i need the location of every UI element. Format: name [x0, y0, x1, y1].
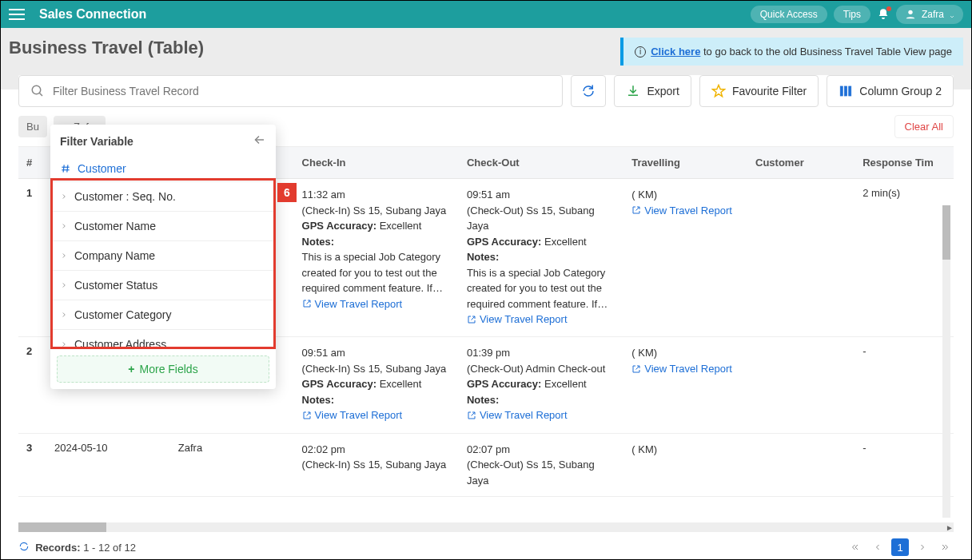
page-number[interactable]: 1	[891, 538, 909, 556]
page-next[interactable]	[914, 538, 931, 556]
view-travel-report-link[interactable]: View Travel Report	[467, 312, 568, 328]
favourite-filter-label: Favourite Filter	[732, 85, 807, 97]
svg-line-2	[39, 93, 42, 96]
records-range: 1 - 12 of 12	[83, 542, 136, 554]
page-last[interactable]	[936, 538, 954, 556]
svg-rect-6	[849, 86, 851, 96]
filter-item[interactable]: Customer Address	[50, 329, 276, 349]
svg-point-0	[908, 10, 912, 14]
info-banner: i Click here to go back to the old Busin…	[620, 38, 963, 66]
topbar: Sales Connection Quick Access Tips Zafra	[1, 1, 971, 28]
annotation-badge: 6	[277, 183, 297, 202]
col-header[interactable]: Check-In	[294, 147, 459, 179]
filter-popup-customer[interactable]: Customer	[78, 162, 126, 175]
hash-icon	[60, 163, 71, 174]
records-label: Records:	[35, 542, 80, 554]
view-travel-report-link[interactable]: View Travel Report	[631, 203, 732, 219]
refresh-button[interactable]	[571, 75, 606, 107]
search-input[interactable]	[53, 85, 551, 97]
filter-item[interactable]: Customer : Seq. No.	[50, 181, 276, 211]
filter-variable-popup: Filter Variable Customer Customer : Seq.…	[50, 125, 276, 389]
banner-text: to go back to the old Business Travel Ta…	[703, 46, 952, 58]
col-header[interactable]: Travelling	[623, 147, 747, 179]
svg-line-11	[67, 165, 68, 172]
banner-link[interactable]: Click here	[651, 46, 700, 58]
filter-item[interactable]: Customer Status	[50, 270, 276, 300]
column-group-button[interactable]: Column Group 2	[827, 75, 954, 107]
filter-item[interactable]: Customer Name	[50, 211, 276, 240]
clear-all-button[interactable]: Clear All	[894, 115, 954, 138]
svg-point-1	[32, 85, 41, 94]
chevron-down-icon	[949, 11, 955, 18]
col-header[interactable]: Check-Out	[459, 147, 623, 179]
view-travel-report-link[interactable]: View Travel Report	[302, 407, 403, 423]
view-travel-report-link[interactable]: View Travel Report	[631, 361, 732, 377]
view-travel-report-link[interactable]: View Travel Report	[302, 296, 403, 312]
col-header[interactable]: Customer	[747, 147, 854, 179]
view-travel-report-link[interactable]: View Travel Report	[467, 407, 568, 423]
page-prev[interactable]	[869, 538, 886, 556]
user-menu[interactable]: Zafra	[896, 5, 963, 24]
search-icon	[30, 84, 45, 98]
page-title: Business Travel (Table)	[9, 38, 204, 58]
avatar-icon	[904, 8, 917, 21]
filter-item[interactable]: Customer Category	[50, 300, 276, 329]
search-input-wrap	[18, 75, 563, 107]
more-fields-button[interactable]: + More Fields	[57, 355, 269, 383]
user-name: Zafra	[922, 9, 944, 20]
more-fields-label: More Fields	[140, 363, 198, 375]
page-first[interactable]	[847, 538, 864, 556]
scroll-right-icon[interactable]: ►	[944, 522, 955, 532]
svg-rect-5	[845, 86, 847, 96]
info-icon: i	[635, 46, 646, 58]
quick-access-button[interactable]: Quick Access	[751, 6, 827, 23]
table-row: 32024-05-10Zafra02:02 pm(Check-In) Ss 15…	[18, 433, 954, 497]
column-group-label: Column Group 2	[859, 85, 942, 97]
refresh-icon[interactable]	[18, 541, 30, 554]
vertical-scrollbar[interactable]	[942, 205, 950, 518]
export-label: Export	[647, 85, 679, 97]
filter-item[interactable]: Company Name	[50, 240, 276, 270]
filter-popup-title: Filter Variable	[60, 135, 133, 148]
svg-line-10	[63, 165, 64, 172]
export-button[interactable]: Export	[614, 75, 691, 107]
app-title: Sales Connection	[39, 7, 146, 22]
back-icon[interactable]	[252, 133, 266, 149]
tips-button[interactable]: Tips	[834, 6, 870, 23]
filter-chip[interactable]: Bu	[18, 116, 47, 137]
col-header[interactable]: #	[18, 147, 46, 179]
horizontal-scrollbar[interactable]: ◄ ►	[18, 522, 954, 532]
bell-icon[interactable]	[877, 8, 890, 21]
hamburger-icon[interactable]	[9, 9, 25, 20]
col-header[interactable]: Response Tim	[854, 147, 954, 179]
favourite-filter-button[interactable]: Favourite Filter	[699, 75, 819, 107]
svg-rect-4	[841, 86, 843, 96]
svg-marker-3	[712, 85, 724, 97]
